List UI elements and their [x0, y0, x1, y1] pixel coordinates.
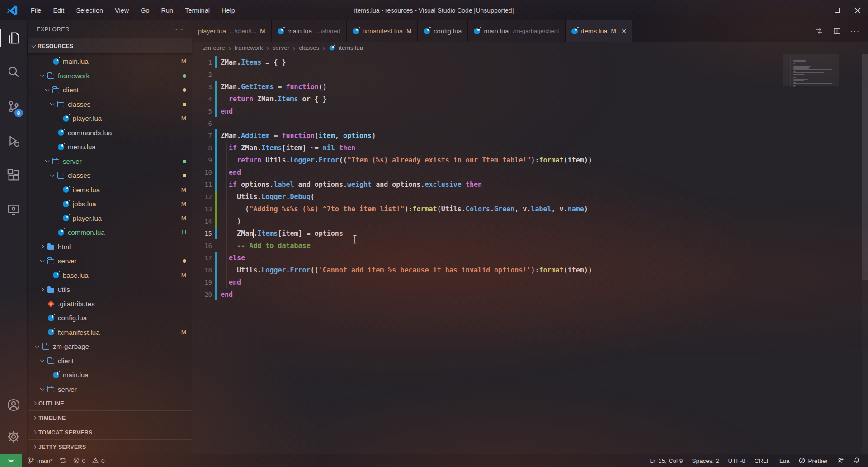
- line-number[interactable]: 2: [192, 71, 212, 78]
- tree-item-classes[interactable]: classes: [28, 168, 192, 183]
- line-number[interactable]: 13: [192, 205, 212, 213]
- status-ln-15-col-9[interactable]: Ln 15, Col 9: [647, 457, 686, 464]
- line-number[interactable]: 17: [192, 254, 212, 262]
- breadcrumb-item[interactable]: server: [273, 44, 290, 51]
- open-changes-icon[interactable]: [815, 27, 824, 35]
- code-line[interactable]: 8 if ZMan.Items[item] ~= nil then: [192, 142, 868, 154]
- tree-item-config-lua[interactable]: config.lua: [28, 311, 192, 325]
- tree-item-fxmanifest-lua[interactable]: fxmanifest.luaM: [28, 325, 192, 340]
- line-number[interactable]: 9: [192, 157, 212, 164]
- breadcrumb-item[interactable]: framework: [235, 44, 263, 51]
- menu-go[interactable]: Go: [135, 7, 155, 14]
- line-number[interactable]: 19: [192, 279, 212, 286]
- activity-item-account[interactable]: [0, 389, 28, 421]
- scrollbar-thumb[interactable]: [862, 54, 868, 280]
- status-lua[interactable]: Lua: [776, 457, 793, 464]
- code-line[interactable]: 14 ): [192, 215, 868, 227]
- code-line[interactable]: 15 ZMan.Items[item] = options: [192, 227, 868, 239]
- tree-item-client[interactable]: client: [28, 83, 192, 97]
- scrollbar[interactable]: [862, 54, 868, 454]
- explorer-more-actions-icon[interactable]: ···: [175, 25, 184, 33]
- panel-jetty-servers[interactable]: JETTY SERVERS: [28, 440, 192, 454]
- code-line[interactable]: 1ZMan.Items = { }: [192, 56, 868, 68]
- activity-item-source-control[interactable]: 8: [0, 89, 28, 124]
- activity-item-search[interactable]: [0, 55, 28, 89]
- line-number[interactable]: 11: [192, 181, 212, 188]
- line-number[interactable]: 6: [192, 120, 212, 127]
- section-resources[interactable]: RESOURCES: [28, 38, 192, 53]
- code-line[interactable]: 10 end: [192, 166, 868, 178]
- tree-item-html[interactable]: html: [28, 240, 192, 254]
- menu-selection[interactable]: Selection: [70, 7, 109, 14]
- menu-help[interactable]: Help: [216, 7, 241, 14]
- minimap-slider[interactable]: [783, 54, 839, 86]
- line-number[interactable]: 18: [192, 267, 212, 274]
- panel-tomcat-servers[interactable]: TOMCAT SERVERS: [28, 425, 192, 440]
- code-line[interactable]: 19 end: [192, 276, 868, 288]
- line-number[interactable]: 16: [192, 242, 212, 249]
- tree-item-commands-lua[interactable]: commands.lua: [28, 126, 192, 140]
- tab-config-lua[interactable]: config.lua: [418, 20, 468, 42]
- line-number[interactable]: 5: [192, 108, 212, 115]
- line-number[interactable]: 14: [192, 218, 212, 225]
- menu-terminal[interactable]: Terminal: [179, 7, 216, 14]
- code-line[interactable]: 12 Utils.Logger.Debug(: [192, 191, 868, 203]
- breadcrumb-item[interactable]: items.lua: [339, 44, 363, 51]
- status-sync[interactable]: [56, 457, 70, 464]
- line-number[interactable]: 4: [192, 95, 212, 103]
- activity-item-explorer[interactable]: [0, 20, 28, 55]
- minimize-button[interactable]: [806, 0, 826, 20]
- maximize-button[interactable]: [826, 0, 847, 20]
- menu-view[interactable]: View: [109, 7, 135, 14]
- tab-fxmanifest-lua[interactable]: fxmanifest.luaM: [347, 20, 418, 42]
- tree-item-client[interactable]: client: [28, 354, 192, 368]
- tree-item-items-lua[interactable]: items.luaM: [28, 183, 192, 197]
- tab-main-lua[interactable]: main.luazm-garbage\client: [468, 20, 565, 42]
- status-bell[interactable]: [850, 457, 863, 464]
- tree-item-server[interactable]: server: [28, 382, 192, 396]
- more-actions-icon[interactable]: ···: [850, 27, 860, 36]
- tree-item-player-lua[interactable]: player.luaM: [28, 211, 192, 226]
- line-number[interactable]: 1: [192, 59, 212, 66]
- tree-item-common-lua[interactable]: common.luaU: [28, 225, 192, 240]
- tree-item-utils[interactable]: utils: [28, 282, 192, 297]
- tab-player-lua[interactable]: player.lua...\client\...M: [192, 20, 272, 42]
- code-line[interactable]: 4 return ZMan.Items or { }: [192, 93, 868, 105]
- activity-item-settings[interactable]: [0, 421, 28, 453]
- activity-item-remote-explorer[interactable]: [0, 192, 28, 227]
- tree-item-menu-lua[interactable]: menu.lua: [28, 140, 192, 154]
- status-warning[interactable]: 0: [89, 457, 108, 464]
- tree-item-framework[interactable]: framework: [28, 69, 192, 83]
- activity-item-extensions[interactable]: [0, 158, 28, 192]
- line-number[interactable]: 10: [192, 169, 212, 176]
- activity-item-run-debug[interactable]: [0, 124, 28, 158]
- status-feedback[interactable]: [834, 457, 847, 464]
- line-number[interactable]: 20: [192, 291, 212, 298]
- code-editor[interactable]: 1ZMan.Items = { }23ZMan.GetItems = funct…: [192, 54, 868, 454]
- tree-item-base-lua[interactable]: base.luaM: [28, 268, 192, 283]
- code-line[interactable]: 3ZMan.GetItems = function(): [192, 81, 868, 93]
- line-number[interactable]: 7: [192, 132, 212, 139]
- status-prettier[interactable]: Prettier: [795, 457, 831, 464]
- tree-item-classes[interactable]: classes: [28, 97, 192, 112]
- code-line[interactable]: 20end: [192, 288, 868, 300]
- tree-item--gitattributes[interactable]: .gitattributes: [28, 297, 192, 311]
- tree-item-server[interactable]: server: [28, 254, 192, 268]
- code-line[interactable]: 5end: [192, 105, 868, 117]
- code-line[interactable]: 13 ("Adding %s%s (%s) ^7to the item list…: [192, 203, 868, 215]
- code-line[interactable]: 17 else: [192, 252, 868, 264]
- tree-item-server[interactable]: server: [28, 154, 192, 169]
- line-number[interactable]: 15: [192, 230, 212, 237]
- line-number[interactable]: 8: [192, 144, 212, 152]
- tree-item-jobs-lua[interactable]: jobs.luaM: [28, 197, 192, 211]
- panel-timeline[interactable]: TIMELINE: [28, 411, 192, 425]
- line-number[interactable]: 3: [192, 83, 212, 91]
- menu-edit[interactable]: Edit: [47, 7, 70, 14]
- tree-item-main-lua[interactable]: main.luaM: [28, 54, 192, 69]
- split-editor-icon[interactable]: [833, 27, 841, 35]
- code-line[interactable]: 18 Utils.Logger.Error(('Cannot add item …: [192, 264, 868, 276]
- remote-window-button[interactable]: ><: [0, 454, 22, 467]
- tab-close-icon[interactable]: ×: [622, 27, 627, 35]
- tab-main-lua[interactable]: main.lua...\shared: [272, 20, 347, 42]
- menu-run[interactable]: Run: [156, 7, 179, 14]
